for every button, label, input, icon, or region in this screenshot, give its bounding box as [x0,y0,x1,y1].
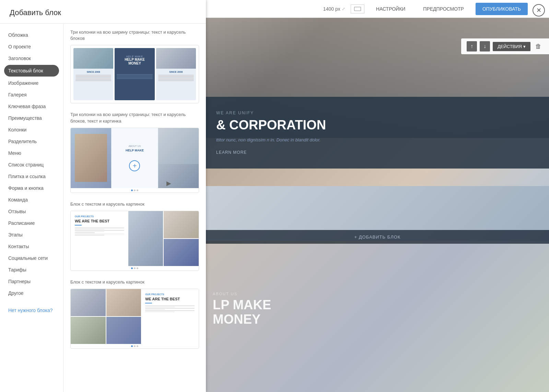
sidebar-item-formbutton[interactable]: Форма и кнопка [0,182,63,194]
block-preview-4[interactable]: OUR PROJECTS WE ARE THE BEST [70,289,199,349]
sidebar-item-heading[interactable]: Заголовок [0,53,63,64]
actions-button[interactable]: ДЕЙСТВИЯ ▾ [493,42,530,51]
block-section-title-2: Три колонки на всю ширину страницы: текс… [70,112,199,124]
bottom-title-line1: LP MAKE [213,298,271,312]
sidebar-item-about[interactable]: О проекте [0,41,63,53]
sidebar-item-textblock[interactable]: Текстовый блок [4,65,59,77]
sidebar-nav: Обложка О проекте Заголовок Текстовый бл… [0,24,63,392]
width-value: 1400 [323,6,334,12]
sidebar-item-team[interactable]: Команда [0,194,63,206]
sidebar-item-menu[interactable]: Меню [0,147,63,159]
width-unit: px [335,6,340,12]
bottom-section-label: ABOUT US LP MAKE MONEY [213,292,271,327]
add-block-button[interactable]: + ДОБАВИТЬ БЛОК [346,231,409,243]
content-area: Три колонки на всю ширину страницы: текс… [63,24,206,392]
sidebar-item-cover[interactable]: Обложка [0,29,63,41]
trash-icon: 🗑 [535,43,541,50]
sidebar-item-pagelist[interactable]: Список страниц [0,159,63,171]
sidebar-item-other[interactable]: Другое [0,287,63,299]
sidebar-item-partners[interactable]: Партнеры [0,276,63,287]
panel-body: Обложка О проекте Заголовок Текстовый бл… [0,24,206,392]
sidebar-item-tilelink[interactable]: Плитка и ссылка [0,171,63,182]
sidebar-item-columns[interactable]: Колонки [0,124,63,136]
chevron-down-icon: ▾ [523,44,526,49]
editor-content: ↑ ↓ ДЕЙСТВИЯ ▾ 🗑 WE ARE UNIFY & CORPORAT… [206,18,549,392]
close-icon: ✕ [536,7,541,14]
resize-icon: ⤢ [342,7,345,11]
block-section-title-1: Три колонки на всю ширину страницы: текс… [70,29,199,42]
close-button[interactable]: ✕ [533,4,545,16]
preview-button[interactable]: ПРЕДПРОСМОТР [417,3,470,14]
block3-label: OUR PROJECTS [75,215,124,218]
sidebar-item-pricing[interactable]: Тарифы [0,264,63,276]
add-block-bar: + ДОБАВИТЬ БЛОК [206,230,549,244]
block-section-title-3: Блок с текстом и карусель картинок [70,201,199,207]
bottom-section: ABOUT US LP MAKE MONEY SINCE 2008 [206,244,549,392]
block3-title: WE ARE THE BEST [75,219,124,223]
editor-area: 1400 px ⤢ НАСТРОЙКИ ПРЕДПРОСМОТР ОПУБЛИК… [206,0,549,392]
block-section-1: Три колонки на всю ширину страницы: текс… [70,29,199,103]
block-preview-3[interactable]: OUR PROJECTS WE ARE THE BEST [70,211,199,271]
no-block-link[interactable]: Нет нужного блока? [0,302,61,319]
settings-button[interactable]: НАСТРОЙКИ [370,3,412,14]
bottom-title-line2: MONEY [213,312,260,326]
move-down-button[interactable]: ↓ [480,41,490,51]
block-controls: ↑ ↓ ДЕЙСТВИЯ ▾ 🗑 [461,38,549,54]
device-toggle[interactable] [351,4,364,13]
section-box: WE ARE UNIFY & CORPORATION ttitor nunc, … [206,97,549,169]
block4-title: WE ARE THE BEST [145,297,195,301]
sidebar-item-contacts[interactable]: Контакты [0,241,63,252]
sidebar-item-schedule[interactable]: Расписание [0,217,63,229]
block-preview-1[interactable]: SINCE 2008 HELP MAKE HELP MAKEMONEY [70,45,199,103]
top-bar: 1400 px ⤢ НАСТРОЙКИ ПРЕДПРОСМОТР ОПУБЛИК… [206,0,549,18]
actions-label: ДЕЙСТВИЯ [498,44,522,49]
sidebar-item-gallery[interactable]: Галерея [0,89,63,101]
section-text: ttitor nunc, non dignissim n in. Donec i… [216,137,535,144]
block-section-title-4: Блок с текстом и карусель картинок [70,279,199,285]
delete-button[interactable]: 🗑 [533,41,544,51]
width-display: 1400 px ⤢ [323,6,345,12]
sidebar-item-keyphrase[interactable]: Ключевая фраза [0,101,63,112]
panel-header: Добавить блок [0,0,206,24]
block-section-2: Три колонки на всю ширину страницы: текс… [70,112,199,193]
sidebar-item-advantages[interactable]: Преимущества [0,112,63,124]
sidebar-item-social[interactable]: Социальные сети [0,252,63,264]
block4-label: OUR PROJECTS [145,293,195,296]
sidebar-item-reviews[interactable]: Отзывы [0,206,63,217]
move-up-button[interactable]: ↑ [467,41,477,51]
root: Добавить блок Обложка О проекте Заголово… [0,0,549,392]
sidebar-item-stages[interactable]: Этапы [0,229,63,241]
add-block-panel: Добавить блок Обложка О проекте Заголово… [0,0,206,392]
section-label: WE ARE UNIFY [216,111,535,115]
sidebar-item-image[interactable]: Изображение [0,77,63,89]
sidebar-item-divider[interactable]: Разделитель [0,136,63,147]
block-section-4: Блок с текстом и карусель картинок [70,279,199,349]
section-title: & CORPORATION [216,118,535,132]
block-preview-2[interactable]: ABOUT US HELP MAKE + [70,128,199,193]
publish-button[interactable]: ОПУБЛИКОВАТЬ [476,3,528,15]
panel-title: Добавить блок [10,8,196,17]
section-link[interactable]: LEARN MORE [216,150,535,155]
block-section-3: Блок с текстом и карусель картинок OUR P… [70,201,199,271]
